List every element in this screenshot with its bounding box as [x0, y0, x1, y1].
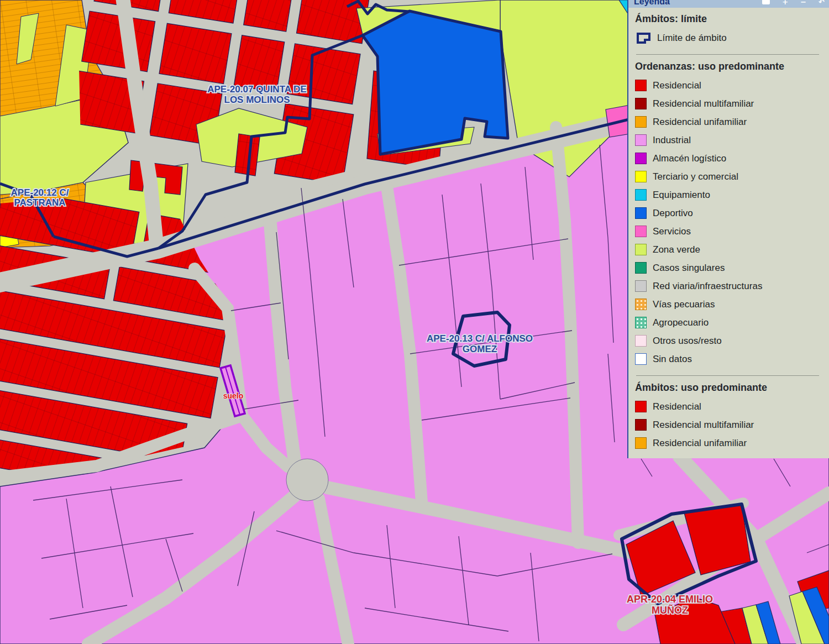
- legend-item-label: Residencial multifamiliar: [653, 420, 754, 431]
- legend-item: Almacén logístico: [635, 149, 826, 167]
- legend-separator: [636, 375, 819, 376]
- section-header-ordenanzas: Ordenanzas: uso predominante: [635, 60, 826, 73]
- label-pastrana-1: APE-20.12 C/: [11, 187, 69, 198]
- legend-item-label: Residencial: [653, 80, 701, 91]
- label-suelo: suelo: [223, 391, 244, 400]
- color-swatch-dotted: [635, 317, 647, 328]
- zoom-in-button[interactable]: +: [782, 0, 788, 6]
- legend-item: Zona verde: [635, 240, 826, 259]
- color-swatch: [635, 353, 647, 365]
- legend-item: Equipamiento: [635, 186, 826, 204]
- color-swatch: [635, 401, 647, 412]
- legend-item: Agropecuario: [635, 313, 826, 332]
- legend-item-label: Servicios: [653, 226, 691, 237]
- legend-title: Leyenda: [634, 0, 670, 7]
- legend-item: Casos singulares: [635, 259, 826, 277]
- snapshot-button[interactable]: [762, 0, 770, 6]
- label-quinta-2: LOS MOLINOS: [224, 95, 290, 105]
- color-swatch: [635, 134, 647, 146]
- legend-item-label: Equipamiento: [653, 190, 710, 201]
- legend-item-label: Límite de ámbito: [657, 33, 727, 44]
- legend-item: Residencial: [635, 397, 826, 416]
- legend-item-label: Residencial: [653, 401, 701, 412]
- legend-item: Residencial unifamiliar: [635, 113, 826, 131]
- color-swatch: [635, 207, 647, 219]
- legend-panel: Leyenda + − ↶ Ámbitos: límite Límite de …: [627, 0, 829, 458]
- color-swatch: [635, 335, 647, 347]
- color-swatch: [635, 80, 647, 91]
- legend-item-label: Deportivo: [653, 208, 693, 219]
- limite-ambito-icon: [635, 32, 652, 45]
- legend-item-label: Residencial unifamiliar: [653, 117, 747, 128]
- section-header-ambitos-uso: Ámbitos: uso predominante: [635, 381, 826, 394]
- legend-item-label: Casos singulares: [653, 263, 725, 274]
- color-swatch: [635, 262, 647, 274]
- label-emilio-1: APR-20.04 EMILIO: [627, 594, 713, 605]
- legend-item-label: Red viaria/infraestructuras: [653, 281, 762, 292]
- section-header-ambitos-limite: Ámbitos: límite: [635, 12, 826, 25]
- legend-item: Terciario y comercial: [635, 167, 826, 186]
- legend-item-label: Agropecuario: [653, 317, 709, 328]
- legend-item: Residencial multifamiliar: [635, 95, 826, 113]
- color-swatch: [635, 189, 647, 201]
- color-swatch: [635, 116, 647, 128]
- legend-item-label: Otros usos/resto: [653, 336, 722, 347]
- legend-item-label: Zona verde: [653, 244, 700, 255]
- color-swatch: [635, 171, 647, 182]
- legend-item: Servicios: [635, 222, 826, 240]
- legend-item: Sin datos: [635, 350, 826, 368]
- color-swatch: [635, 226, 647, 237]
- legend-item: Otros usos/resto: [635, 332, 826, 350]
- legend-item-label: Residencial unifamiliar: [653, 438, 747, 449]
- camera-icon: [762, 0, 770, 4]
- legend-item: Red viaria/infraestructuras: [635, 277, 826, 295]
- legend-item-limite: Límite de ámbito: [635, 29, 826, 47]
- color-swatch: [635, 153, 647, 164]
- minimize-button[interactable]: −: [800, 0, 806, 6]
- color-swatch: [635, 98, 647, 109]
- label-pastrana-2: PASTRANA: [14, 197, 65, 208]
- legend-item: Vías pecuarias: [635, 295, 826, 313]
- legend-item-label: Vías pecuarias: [653, 299, 715, 310]
- legend-item: Deportivo: [635, 204, 826, 222]
- legend-item: Residencial unifamiliar: [635, 434, 826, 452]
- legend-separator: [636, 54, 819, 55]
- legend-item: Residencial: [635, 76, 826, 95]
- legend-titlebar[interactable]: Leyenda + − ↶: [628, 0, 829, 8]
- legend-item: Residencial multifamiliar: [635, 416, 826, 434]
- color-swatch: [635, 437, 647, 449]
- label-alfonso-1: APE-20.13 C/ ALFONSO: [427, 333, 533, 344]
- color-swatch-dotted: [635, 299, 647, 310]
- legend-item: Industrial: [635, 131, 826, 149]
- legend-item-label: Terciario y comercial: [653, 171, 738, 182]
- label-emilio-2: MUÑOZ: [652, 604, 688, 616]
- undo-button[interactable]: ↶: [818, 0, 825, 6]
- label-alfonso-2: GOMEZ: [463, 344, 497, 354]
- color-swatch: [635, 419, 647, 431]
- label-quinta-1: APE-20.07 QUINTA DE: [207, 84, 307, 95]
- legend-item-label: Sin datos: [653, 354, 692, 365]
- legend-item-label: Residencial multifamiliar: [653, 98, 754, 109]
- color-swatch: [635, 244, 647, 255]
- legend-item-label: Industrial: [653, 135, 691, 146]
- legend-item-label: Almacén logístico: [653, 153, 726, 164]
- gis-viewer: APE-20.07 QUINTA DE LOS MOLINOS APE-20.1…: [0, 0, 829, 644]
- color-swatch: [635, 280, 647, 292]
